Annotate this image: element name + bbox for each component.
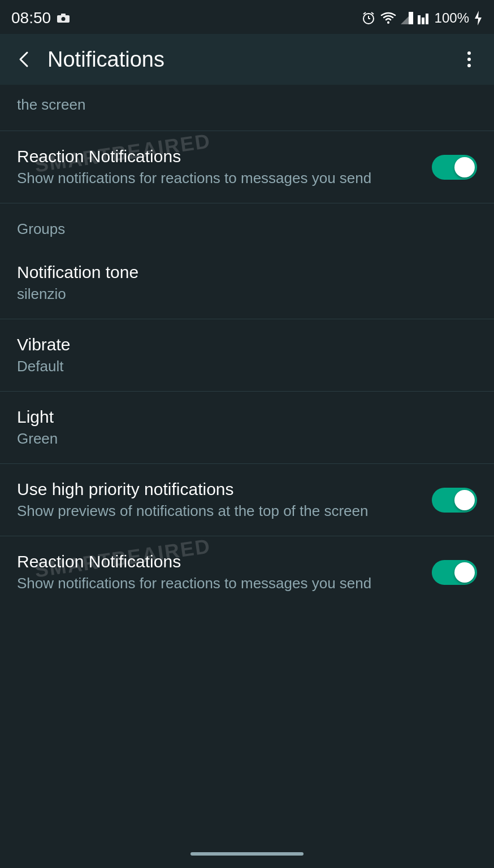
partial-top-item: the screen [0,85,494,131]
svg-point-1 [62,17,66,21]
vibrate-item[interactable]: Vibrate Default [0,319,494,391]
reaction-notifications-bottom-subtitle: Show notifications for reactions to mess… [17,575,421,592]
notification-tone-content: Notification tone silenzio [17,263,477,303]
svg-line-6 [363,12,366,14]
camera-icon [57,13,70,23]
reaction-notifications-bottom-content: Reaction Notifications Show notification… [17,552,432,592]
svg-line-7 [371,12,374,14]
light-item[interactable]: Light Green [0,392,494,463]
reaction-notifications-bottom-toggle[interactable] [432,560,477,585]
notification-tone-title: Notification tone [17,263,466,282]
partial-top-text: the screen [17,96,85,113]
toggle-knob [454,157,475,177]
high-priority-toggle[interactable] [432,488,477,513]
vibrate-title: Vibrate [17,335,466,354]
reaction-notifications-top-title: Reaction Notifications [17,147,421,166]
status-right: 100% [361,10,483,26]
notification-tone-item[interactable]: Notification tone silenzio [0,247,494,319]
back-arrow-icon [16,50,34,68]
reaction-notifications-top-content: Reaction Notifications Show notification… [17,147,432,187]
more-dots-icon [467,51,471,67]
settings-content: the screen Reaction Notifications Show n… [0,85,494,608]
charging-icon [474,11,483,25]
high-priority-subtitle: Show previews of notifications at the to… [17,502,421,520]
light-title: Light [17,407,466,427]
light-content: Light Green [17,407,477,448]
more-options-button[interactable] [456,46,483,73]
signal-icon-1 [401,12,413,24]
high-priority-item[interactable]: Use high priority notifications Show pre… [0,464,494,536]
back-button[interactable] [11,46,38,73]
reaction-notifications-bottom-title: Reaction Notifications [17,552,421,571]
svg-rect-10 [409,12,413,24]
svg-rect-13 [426,14,428,24]
high-priority-title: Use high priority notifications [17,480,421,499]
vibrate-subtitle: Default [17,358,466,375]
wifi-icon [380,12,396,24]
signal-icon-2 [418,12,430,24]
nav-pill [190,852,304,856]
notification-tone-subtitle: silenzio [17,285,466,303]
toggle-knob-3 [454,562,475,583]
groups-section-header: Groups [0,203,494,247]
svg-marker-14 [475,11,482,25]
toggle-knob-2 [454,490,475,510]
reaction-notifications-bottom-item[interactable]: Reaction Notifications Show notification… [0,536,494,608]
svg-rect-12 [422,18,424,24]
vibrate-content: Vibrate Default [17,335,477,375]
alarm-icon [361,11,376,25]
light-subtitle: Green [17,430,466,448]
status-time: 08:50 [11,9,51,27]
high-priority-content: Use high priority notifications Show pre… [17,480,432,520]
reaction-notifications-top-subtitle: Show notifications for reactions to mess… [17,170,421,187]
battery-percentage: 100% [435,10,469,26]
status-bar: 08:50 [0,0,494,34]
reaction-notifications-top-item[interactable]: Reaction Notifications Show notification… [0,131,494,203]
app-bar: Notifications [0,34,494,85]
groups-label: Groups [17,220,65,237]
svg-rect-11 [418,15,421,24]
nav-bar [0,840,494,868]
svg-rect-2 [61,14,66,16]
reaction-notifications-top-toggle[interactable] [432,155,477,180]
svg-point-8 [387,21,389,24]
status-left: 08:50 [11,9,70,27]
page-title: Notifications [47,47,456,72]
